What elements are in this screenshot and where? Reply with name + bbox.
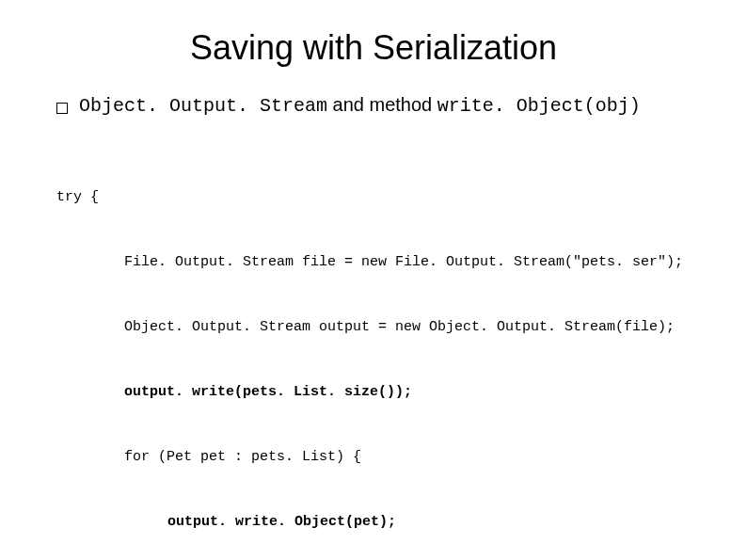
bullet-middle-text: and method	[327, 94, 437, 115]
code-inline-2: write. Object(obj)	[437, 95, 641, 117]
square-bullet-icon	[56, 103, 68, 114]
code-line: output. write. Object(pet);	[56, 506, 691, 539]
code-line: Object. Output. Stream output = new Obje…	[56, 312, 691, 344]
slide-title: Saving with Serialization	[56, 28, 691, 68]
code-line: try {	[56, 182, 691, 215]
code-line: output. write(pets. List. size());	[56, 376, 691, 409]
code-inline-1: Object. Output. Stream	[79, 95, 327, 117]
bullet-text: Object. Output. Stream and method write.…	[79, 94, 641, 117]
bullet-item: Object. Output. Stream and method write.…	[56, 94, 691, 117]
code-line: File. Output. Stream file = new File. Ou…	[56, 247, 691, 280]
code-block: try { File. Output. Stream file = new Fi…	[56, 149, 691, 560]
code-line: for (Pet pet : pets. List) {	[56, 441, 691, 474]
